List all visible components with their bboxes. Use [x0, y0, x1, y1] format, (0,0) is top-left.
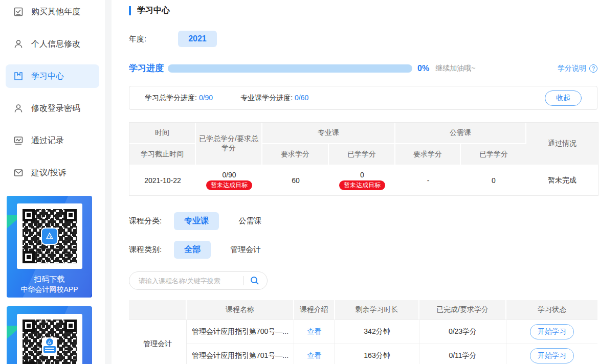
major-earned-cell: 0 暂未达成目标	[329, 166, 395, 195]
goal-not-met-badge: 暂未达成目标	[339, 180, 385, 190]
start-learning-button[interactable]: 开始学习	[530, 324, 574, 339]
envelope-icon	[13, 167, 24, 178]
search-icon	[250, 276, 260, 286]
total-credit-progress: 学习总学分进度:0/90	[145, 94, 213, 103]
type-label: 课程类别:	[129, 245, 162, 255]
credit-table-row: 2021-10-22 0/90 暂未达成目标 60 0 暂未达成目标 - 0 暂…	[129, 166, 598, 195]
course-category-filter: 课程分类: 专业课 公需课	[129, 212, 597, 230]
bookmark-icon	[13, 71, 24, 82]
public-required-cell: -	[395, 166, 461, 195]
type-option-all[interactable]: 全部	[174, 241, 211, 259]
col-time: 时间	[129, 123, 196, 144]
wechat-qr-card[interactable]	[7, 306, 92, 364]
category-option-public[interactable]: 公需课	[238, 216, 261, 226]
course-list-table: 课程名称 课程介绍 剩余学习时长 已完成/要求学分 学习状态 管理会计 管理会计…	[129, 300, 597, 364]
search-input[interactable]	[139, 277, 240, 285]
col-public-group: 公需课	[395, 123, 526, 144]
course-search	[129, 271, 268, 290]
sidebar-item-label: 修改登录密码	[31, 103, 80, 114]
year-filter: 年度: 2021	[129, 31, 597, 47]
course-name-cell: 管理会计应用指引第700号—...	[187, 320, 294, 344]
col-public-earned: 已学学分	[461, 144, 526, 166]
col-major-earned: 已学学分	[329, 144, 395, 166]
credits-cell: 0/11学分	[419, 344, 506, 364]
col-public-required: 要求学分	[395, 144, 461, 166]
start-learning-button[interactable]: 开始学习	[530, 348, 574, 363]
major-required-cell: 60	[262, 166, 329, 195]
year-label: 年度:	[129, 34, 146, 44]
credit-help-link[interactable]: 学分说明 ?	[558, 64, 597, 73]
progress-section: 学习进度 0% 继续加油哦~ 学分说明 ?	[129, 62, 597, 74]
col-course-intro: 课程介绍	[294, 300, 335, 320]
progress-label: 学习进度	[129, 62, 164, 74]
progress-bar	[168, 64, 412, 73]
sidebar-item-label: 学习中心	[31, 71, 64, 82]
course-group-cell: 管理会计	[129, 320, 187, 364]
credits-cell: 0/23学分	[419, 320, 506, 344]
sidebar-item-pass-records[interactable]: 通过记录	[6, 129, 99, 152]
course-row: 管理会计应用指引第701号—... 查看 163分钟 0/11学分 开始学习	[129, 344, 597, 364]
sidebar-item-label: 通过记录	[31, 135, 64, 146]
qr-code-wechat	[17, 314, 82, 364]
col-group	[129, 300, 187, 320]
app-logo-icon	[41, 228, 58, 245]
qr-code-app	[17, 203, 82, 269]
page-title: 学习中心	[137, 5, 170, 16]
course-name-cell: 管理会计应用指引第701号—...	[187, 344, 294, 364]
view-intro-link[interactable]: 查看	[307, 351, 322, 359]
sidebar-item-change-password[interactable]: 修改登录密码	[6, 97, 99, 120]
goal-not-met-badge: 暂未达成目标	[206, 180, 252, 190]
category-label: 课程分类:	[129, 216, 162, 226]
credit-progress-table: 时间 已学总学分/要求总学分 专业课 公需课 通过情况 学习截止时间 要求学分 …	[129, 122, 598, 196]
progress-encourage-text: 继续加油哦~	[435, 64, 475, 73]
credit-summary-box: 学习总学分进度:0/90 专业课学分进度:0/60 收起	[129, 86, 597, 110]
view-intro-link[interactable]: 查看	[307, 327, 322, 335]
sidebar: 购买其他年度 个人信息修改 学习中心 修改登录密码	[0, 0, 105, 364]
progress-percent: 0%	[417, 64, 429, 73]
col-remaining-time: 剩余学习时长	[335, 300, 419, 320]
person-icon	[13, 103, 24, 114]
remaining-time-cell: 342分钟	[335, 320, 419, 344]
order-checkbox-icon	[13, 6, 24, 17]
pass-status-cell: 暂未完成	[526, 166, 598, 195]
sidebar-main-divider	[105, 0, 112, 364]
app-download-qr-card[interactable]: 扫码下载 中华会计网校APP	[7, 196, 92, 298]
sidebar-item-suggestions[interactable]: 建议/投诉	[6, 161, 99, 185]
col-study-status: 学习状态	[506, 300, 597, 320]
page-header: 学习中心	[129, 5, 597, 16]
type-option-management-accounting[interactable]: 管理会计	[230, 245, 261, 255]
deadline-cell: 2021-10-22	[129, 166, 196, 195]
year-chip-2021[interactable]: 2021	[178, 31, 217, 47]
col-major-required: 要求学分	[262, 144, 329, 166]
record-chart-icon	[13, 135, 24, 146]
person-icon	[13, 38, 24, 50]
col-pass-status: 通过情况	[526, 123, 598, 166]
col-credits: 已完成/要求学分	[419, 300, 506, 320]
sidebar-item-personal-info[interactable]: 个人信息修改	[6, 32, 99, 56]
course-row: 管理会计 管理会计应用指引第700号—... 查看 342分钟 0/23学分 开…	[129, 320, 597, 344]
public-earned-cell: 0	[461, 166, 526, 195]
search-divider	[243, 276, 243, 285]
question-mark-icon: ?	[589, 64, 597, 73]
sidebar-item-buy-other-years[interactable]: 购买其他年度	[6, 0, 99, 24]
sidebar-item-learning-center[interactable]: 学习中心	[6, 64, 99, 88]
wechat-account-logo-icon	[42, 337, 57, 356]
sidebar-item-label: 个人信息修改	[31, 39, 80, 50]
total-cell: 0/90 暂未达成目标	[196, 166, 262, 195]
category-option-major[interactable]: 专业课	[174, 212, 219, 230]
qr-caption: 扫码下载 中华会计网校APP	[7, 274, 92, 294]
collapse-button[interactable]: 收起	[545, 90, 582, 106]
major-credit-progress: 专业课学分进度:0/60	[240, 94, 308, 103]
course-type-filter: 课程类别: 全部 管理会计	[129, 241, 597, 259]
col-deadline: 学习截止时间	[129, 144, 196, 166]
main-panel: 学习中心 年度: 2021 学习进度 0% 继续加油哦~ 学分说明 ? 学习总学…	[112, 0, 599, 364]
remaining-time-cell: 163分钟	[335, 344, 419, 364]
search-button[interactable]	[250, 276, 260, 286]
col-total-credits: 已学总学分/要求总学分	[196, 123, 262, 166]
col-major-group: 专业课	[262, 123, 395, 144]
sidebar-item-label: 购买其他年度	[31, 7, 80, 17]
col-course-name: 课程名称	[187, 300, 294, 320]
sidebar-item-label: 建议/投诉	[31, 168, 66, 178]
title-accent-bar	[129, 6, 131, 15]
